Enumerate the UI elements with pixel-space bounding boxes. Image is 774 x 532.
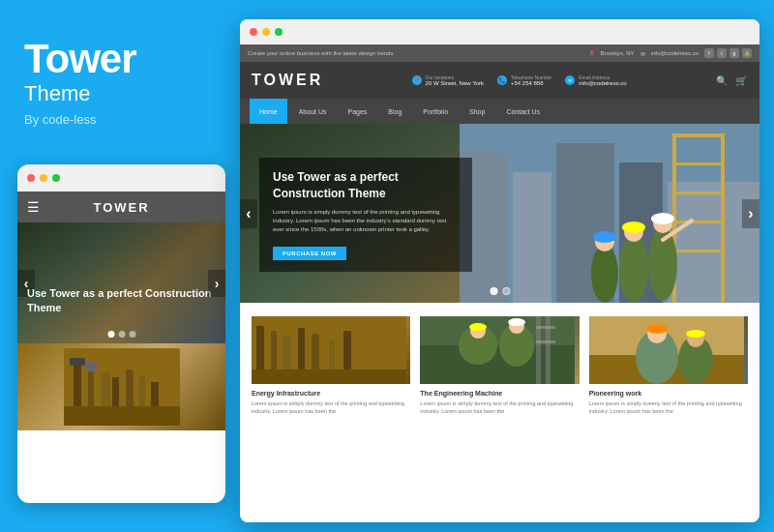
svg-rect-6 — [112, 377, 119, 411]
tools-illustration — [64, 348, 180, 426]
email-icon: ✉ — [565, 75, 575, 85]
svg-rect-4 — [85, 362, 97, 371]
phone-info: 📞 Telephone Number +54 254 888 — [497, 74, 551, 86]
mobile-hero-bg — [17, 222, 225, 343]
svg-rect-13 — [513, 172, 551, 303]
svg-rect-44 — [420, 345, 575, 384]
desktop-mockup: Create your online business with the lat… — [240, 19, 759, 522]
mobile-maximize-dot — [52, 174, 60, 182]
hero-dots — [490, 287, 510, 295]
phone-value: +54 254 888 — [511, 80, 551, 86]
card-3-title: Pioneering work — [589, 390, 748, 397]
mobile-brand: TOWER — [93, 200, 149, 215]
purchase-button[interactable]: PURCHASE NOW — [273, 247, 346, 260]
mobile-dot-3 — [129, 331, 135, 338]
app-author: By code-less — [24, 112, 213, 127]
card-3-image — [589, 316, 748, 384]
hero-next-arrow[interactable]: › — [742, 199, 759, 228]
location-icon: 📍 — [412, 75, 422, 85]
site-header-info: 📍 Our locations 20 W Street, New York 📞 … — [412, 74, 627, 86]
hero-construction-illustration — [460, 124, 759, 303]
svg-rect-5 — [101, 372, 110, 411]
desktop-titlebar — [240, 19, 759, 44]
svg-point-24 — [619, 235, 648, 303]
card-1: Energy Infrastructure Lorem ipsum is sim… — [252, 316, 410, 416]
card-1-desc: Lorem ipsum is simply dummy text of the … — [252, 399, 410, 416]
card-3: Pioneering work Lorem ipsum is simply du… — [589, 316, 748, 416]
site-header: TOWER 📍 Our locations 20 W Street, New Y… — [240, 62, 759, 99]
mobile-minimize-dot — [40, 174, 47, 182]
hamburger-icon: ☰ — [27, 199, 40, 215]
topbar-email-icon: ✉ — [640, 50, 645, 57]
svg-point-32 — [593, 231, 616, 243]
svg-rect-21 — [672, 192, 725, 194]
cards-section: Energy Infrastructure Lorem ipsum is sim… — [240, 303, 759, 429]
svg-rect-2 — [70, 358, 85, 366]
social-icons: f t g 🔒 — [704, 48, 752, 58]
nav-contact[interactable]: Contact Us — [496, 99, 550, 124]
card-1-image — [252, 316, 410, 384]
search-icon[interactable]: 🔍 — [715, 74, 729, 87]
mobile-dots — [107, 331, 135, 338]
card-3-desc: Lorem ipsum is simply dummy text of the … — [589, 399, 748, 416]
mobile-dot-2 — [118, 331, 125, 338]
site-nav: Home About Us Pages Blog Portfolio Shop … — [240, 99, 759, 124]
svg-rect-53 — [536, 326, 555, 329]
svg-rect-23 — [672, 250, 725, 252]
mobile-next-arrow[interactable]: › — [208, 270, 225, 297]
hero-prev-arrow[interactable]: ‹ — [240, 199, 257, 228]
mobile-hero: ‹ Use Tower as a perfect Construction Th… — [17, 222, 225, 343]
email-value: info@codelress.co — [579, 80, 626, 86]
nav-home[interactable]: Home — [250, 99, 287, 124]
svg-rect-10 — [64, 406, 180, 426]
desktop-maximize-dot — [275, 28, 283, 36]
card-3-illustration — [589, 316, 744, 384]
app-subtitle: Theme — [24, 81, 213, 106]
mobile-hero-text: Use Tower as a perfect Construction Them… — [27, 286, 216, 314]
svg-rect-18 — [721, 133, 725, 303]
nav-pages[interactable]: Pages — [338, 99, 376, 124]
topbar-right: 📍 Brooklyn, NY ✉ info@codelress.co f t g… — [588, 48, 752, 58]
header-actions: 🔍 🛒 — [715, 74, 748, 87]
nav-shop[interactable]: Shop — [460, 99, 494, 124]
svg-rect-19 — [672, 133, 725, 137]
twitter-icon[interactable]: t — [717, 48, 727, 58]
hero-description: Lorem ipsum is simply dummy text of the … — [273, 208, 459, 234]
card-2: The Engineering Machine Lorem ipsum is s… — [420, 316, 579, 416]
topbar-location: Brooklyn, NY — [601, 50, 635, 56]
hero-dot-1 — [490, 287, 497, 295]
svg-rect-8 — [139, 375, 145, 411]
svg-point-59 — [646, 324, 668, 334]
facebook-icon[interactable]: f — [704, 48, 714, 58]
mobile-content-image — [17, 343, 225, 430]
site-logo: TOWER — [252, 72, 323, 89]
email-info: ✉ Email Address info@codelress.co — [565, 74, 626, 86]
card-1-title: Energy Infrastructure — [252, 390, 410, 397]
svg-rect-22 — [672, 221, 725, 223]
nav-blog[interactable]: Blog — [378, 99, 411, 124]
lock-icon[interactable]: 🔒 — [742, 48, 752, 58]
svg-point-47 — [469, 323, 487, 331]
mobile-dot-1 — [107, 331, 114, 338]
svg-point-62 — [686, 330, 705, 338]
google-icon[interactable]: g — [729, 48, 739, 58]
phone-icon: 📞 — [497, 75, 507, 85]
svg-point-29 — [651, 213, 674, 224]
site-topbar: Create your online business with the lat… — [240, 44, 759, 62]
location-value: 20 W Street, New York — [426, 80, 484, 86]
hero-content: Use Tower as a perfect Construction Them… — [259, 158, 472, 272]
desktop-close-dot — [250, 28, 257, 36]
card-2-illustration — [420, 316, 575, 384]
nav-about[interactable]: About Us — [289, 99, 337, 124]
topbar-tagline: Create your online business with the lat… — [248, 50, 393, 56]
topbar-email: info@codelress.co — [651, 50, 699, 56]
svg-rect-54 — [536, 340, 555, 343]
cart-icon[interactable]: 🛒 — [734, 74, 748, 87]
card-2-image — [420, 316, 579, 384]
desktop-minimize-dot — [262, 28, 270, 36]
nav-portfolio[interactable]: Portfolio — [413, 99, 458, 124]
svg-rect-7 — [126, 369, 134, 411]
svg-rect-42 — [252, 369, 406, 384]
app-title: Tower — [24, 39, 213, 79]
left-panel: Tower Theme By code-less ☰ TOWER ‹ Use T… — [0, 0, 237, 532]
